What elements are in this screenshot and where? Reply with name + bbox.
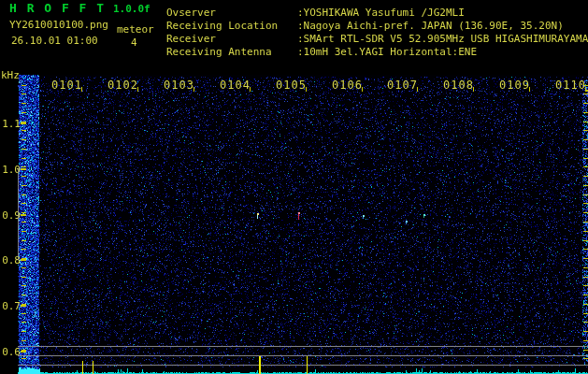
freq-minor-tick-right	[583, 166, 588, 167]
freq-minor-tick-right	[583, 185, 588, 186]
freq-minor-tick-left	[22, 231, 26, 232]
freq-minor-tick-left	[22, 176, 26, 177]
freq-minor-tick-right	[583, 277, 588, 278]
time-minute-tick	[81, 87, 82, 92]
time-tick-label: 0106	[332, 79, 363, 92]
freq-minor-tick-left	[22, 322, 26, 323]
mode-label: meteor	[117, 24, 154, 36]
freq-minor-tick-right	[583, 212, 588, 213]
freq-major-tick	[21, 259, 26, 261]
freq-axis-unit: kHz	[1, 70, 20, 81]
freq-minor-tick-left	[22, 122, 26, 122]
time-tick-label: 0105	[276, 79, 307, 92]
info-row-3: Receiving Antenna:10mH 3el.YAGI Horizont…	[166, 46, 477, 58]
info-row-2: Receiver:SMArt RTL-SDR V5 52.905MHz USB …	[166, 33, 588, 45]
hrofft-window: H R O F F T 1.0.0f YY2610010100.png mete…	[0, 0, 588, 374]
freq-minor-tick-left	[22, 112, 26, 113]
time-minute-tick	[194, 87, 194, 92]
reference-line	[18, 365, 588, 366]
info-label: Receiver	[166, 33, 297, 45]
freq-minor-tick-left	[22, 94, 26, 94]
freq-minor-tick-left	[22, 103, 26, 104]
freq-minor-tick-left	[22, 331, 26, 332]
freq-minor-tick-right	[583, 350, 588, 351]
freq-major-tick	[21, 305, 26, 307]
freq-minor-tick-right	[583, 322, 588, 323]
freq-minor-tick-right	[583, 94, 588, 94]
freq-minor-tick-right	[583, 340, 588, 341]
freq-minor-tick-right	[583, 249, 588, 250]
time-tick-label: 0104	[220, 79, 251, 92]
freq-minor-tick-right	[583, 222, 588, 223]
freq-minor-tick-right	[583, 203, 588, 204]
freq-minor-tick-left	[22, 212, 26, 213]
freq-minor-tick-right	[583, 258, 588, 259]
freq-minor-tick-right	[583, 122, 588, 122]
meteor-detection-mark	[93, 361, 93, 374]
info-value: :YOSHIKAWA Yasufumi /JG2MLI	[297, 7, 465, 19]
freq-minor-tick-left	[22, 295, 26, 295]
freq-major-tick	[21, 351, 26, 352]
freq-major-tick	[21, 122, 26, 124]
time-minute-tick	[250, 87, 251, 92]
freq-minor-tick-right	[583, 295, 588, 295]
freq-minor-tick-right	[583, 240, 588, 241]
info-value: :SMArt RTL-SDR V5 52.905MHz USB HIGASHIM…	[297, 33, 588, 45]
time-minute-tick	[362, 87, 363, 92]
freq-minor-tick-left	[22, 285, 26, 286]
freq-minor-tick-right	[583, 231, 588, 232]
time-minute-tick	[473, 87, 474, 92]
freq-minor-tick-left	[22, 222, 26, 223]
time-tick-label: 0103	[164, 79, 194, 92]
freq-minor-tick-left	[22, 185, 26, 186]
freq-minor-tick-left	[22, 358, 26, 359]
meteor-detection-mark	[82, 361, 83, 374]
freq-tick-label: 1.1	[0, 118, 21, 130]
freq-minor-tick-left	[22, 304, 26, 305]
freq-minor-tick-right	[583, 176, 588, 177]
freq-minor-tick-left	[22, 149, 26, 150]
freq-tick-label: 0.7	[0, 300, 21, 312]
info-label: Receiving Antenna	[166, 46, 297, 58]
freq-minor-tick-left	[22, 340, 26, 341]
freq-minor-tick-right	[583, 358, 588, 359]
meteor-count: 4	[131, 37, 137, 49]
freq-minor-tick-right	[583, 139, 588, 140]
time-minute-tick	[137, 87, 138, 92]
freq-minor-tick-right	[583, 313, 588, 314]
freq-minor-tick-left	[22, 158, 26, 159]
time-tick-label: 0107	[387, 79, 418, 92]
time-tick-label: 0102	[108, 79, 138, 92]
time-tick-label: 0110	[555, 79, 586, 92]
freq-major-tick	[21, 214, 26, 216]
freq-minor-tick-right	[583, 149, 588, 150]
app-version: 1.0.0f	[113, 4, 151, 15]
freq-minor-tick-right	[583, 130, 588, 131]
time-tick-label: 0109	[499, 79, 530, 92]
freq-tick-label: 0.6	[0, 346, 21, 358]
freq-minor-tick-left	[22, 130, 26, 131]
freq-minor-tick-left	[22, 350, 26, 351]
time-minute-tick	[529, 87, 530, 92]
meteor-detection-mark	[259, 356, 261, 374]
freq-major-tick	[21, 168, 26, 170]
freq-minor-tick-left	[22, 85, 26, 86]
observation-datetime: 26.10.01 01:00	[11, 36, 98, 47]
freq-minor-tick-left	[22, 267, 26, 268]
freq-minor-tick-left	[22, 166, 26, 167]
freq-minor-tick-right	[583, 158, 588, 159]
app-title: H R O F F T	[9, 2, 106, 15]
output-filename: YY2610010100.png	[9, 20, 108, 31]
freq-minor-tick-left	[22, 203, 26, 204]
freq-minor-tick-right	[583, 194, 588, 195]
reference-line	[18, 355, 588, 356]
freq-minor-tick-right	[583, 267, 588, 268]
freq-minor-tick-left	[22, 313, 26, 314]
info-label: Ovserver	[166, 7, 297, 19]
info-row-0: Ovserver:YOSHIKAWA Yasufumi /JG2MLI	[166, 7, 465, 19]
freq-minor-tick-left	[22, 240, 26, 241]
freq-minor-tick-right	[583, 103, 588, 104]
info-value: :10mH 3el.YAGI Horizontal:ENE	[297, 46, 477, 58]
time-tick-label: 0108	[443, 79, 474, 92]
info-value: :Nagoya Aichi-pref. JAPAN (136.90E, 35.2…	[297, 20, 564, 32]
